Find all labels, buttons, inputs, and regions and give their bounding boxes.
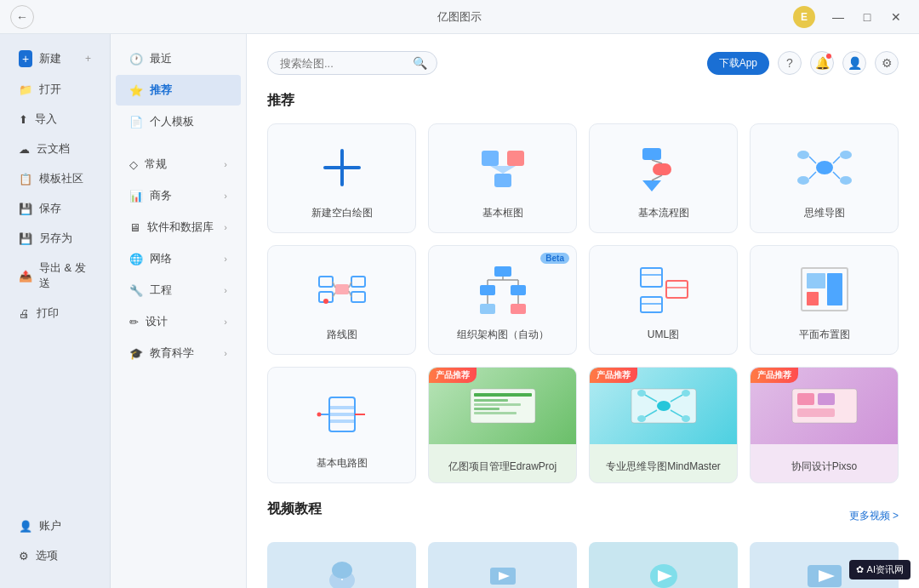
svg-rect-42 [641,268,662,287]
svg-rect-61 [474,399,508,402]
template-card-edrawproj[interactable]: 产品推荐 亿图项目管理EdrawProj [428,367,577,483]
card-icon-mindmap [761,138,888,197]
notification-button[interactable]: 🔔 [810,51,834,75]
nav-item-software[interactable]: 🖥 软件和数据库 › [116,212,241,243]
template-card-circuit[interactable]: 基本电路图 [267,367,416,483]
card-icon-route [278,260,405,319]
help-button[interactable]: ? [778,51,802,75]
topbar-actions: 下载App ? 🔔 👤 ⚙ [707,51,899,75]
svg-rect-60 [474,393,532,397]
nav-item-personal[interactable]: 📄 个人模板 [116,106,241,137]
user-avatar[interactable]: E [793,6,815,28]
card-icon-basic-flow [600,138,727,197]
nav-label-network: 网络 [150,251,172,266]
svg-point-73 [682,390,690,397]
svg-rect-62 [474,403,521,406]
svg-rect-63 [474,408,499,410]
ai-watermark: ✿ AI资讯网 [849,560,910,579]
template-card-mindmaster[interactable]: 产品推荐 专业思维导图MindMaster [589,367,738,483]
nav-item-general[interactable]: ◇ 常规 › [116,149,241,180]
search-input[interactable] [280,57,408,70]
video-grid [267,542,899,588]
template-card-uml[interactable]: UML图 [589,245,738,355]
nav-item-education[interactable]: 🎓 教育科学 › [116,338,241,368]
app-title: 亿图图示 [437,9,482,25]
nav-item-engineering[interactable]: 🔧 工程 › [116,275,241,305]
nav-item-network[interactable]: 🌐 网络 › [116,243,241,274]
svg-rect-4 [494,174,511,187]
chevron-right-icon: › [224,317,227,327]
video-card-2[interactable] [428,542,577,588]
card-label-new-blank: 新建空白绘图 [311,206,373,220]
nav-item-recommend[interactable]: ⭐ 推荐 [116,75,241,106]
svg-rect-24 [351,292,365,302]
card-label-pixso: 协同设计Pixso [785,453,864,482]
nav-label-engineering: 工程 [150,283,172,298]
sidebar-label-export: 导出 & 发送 [39,260,91,291]
sidebar-item-account[interactable]: 👤 账户 [5,511,105,540]
template-card-pixso[interactable]: 产品推荐 协同设计Pixso [750,367,899,483]
template-card-layout[interactable]: 平面布置图 [750,245,899,355]
options-icon: ⚙ [19,550,29,562]
svg-line-10 [652,175,662,180]
software-icon: 🖥 [129,221,140,234]
beta-badge: Beta [540,253,569,264]
nav-item-recent[interactable]: 🕐 最近 [116,43,241,74]
svg-point-71 [637,390,646,397]
sidebar-item-open[interactable]: 📁 打开 [5,75,105,104]
download-app-button[interactable]: 下载App [707,52,769,75]
video-card-1[interactable] [267,542,416,588]
chevron-right-icon: › [224,285,227,295]
sidebar-item-print[interactable]: 🖨 打印 [5,299,105,328]
svg-line-9 [652,160,662,163]
chevron-right-icon: › [224,254,227,264]
nav-label-recent: 最近 [150,51,172,66]
svg-rect-33 [480,304,495,314]
card-label-org-chart: 组织架构图（自动） [457,328,549,342]
settings-button[interactable]: ⚙ [875,51,899,75]
template-card-new-blank[interactable]: 新建空白绘图 [267,123,416,233]
network-icon: 🌐 [129,253,143,265]
sidebar-item-save[interactable]: 💾 保存 [5,194,105,223]
template-card-route[interactable]: 路线图 [267,245,416,355]
nav-label-software: 软件和数据库 [147,220,214,235]
search-box[interactable]: 🔍 [267,51,437,75]
personal-icon: 📄 [129,116,143,128]
print-icon: 🖨 [19,307,30,320]
svg-point-66 [657,401,671,411]
sidebar-item-saveas[interactable]: 💾 另存为 [5,224,105,253]
nav-label-personal: 个人模板 [150,114,194,129]
video-card-3[interactable] [589,542,738,588]
recent-icon: 🕐 [129,53,143,66]
template-card-mindmap[interactable]: 思维导图 [750,123,899,233]
sidebar-item-community[interactable]: 📋 模板社区 [5,164,105,193]
sidebar-item-cloud[interactable]: ☁ 云文档 [5,134,105,163]
template-card-basic-flow[interactable]: 基本流程图 [589,123,738,233]
card-label-mindmaster: 专业思维导图MindMaster [599,453,728,482]
nav-item-design[interactable]: ✏ 设计 › [116,306,241,337]
card-icon-basic-frame [439,138,566,197]
sidebar-label-save: 保存 [39,201,61,216]
save-icon: 💾 [19,203,32,215]
template-grid: 新建空白绘图 基本框图 [267,123,899,483]
nav-item-business[interactable]: 📊 商务 › [116,180,241,211]
svg-rect-7 [653,163,671,175]
sidebar-item-options[interactable]: ⚙ 选项 [5,541,105,570]
notification-badge [826,54,831,59]
svg-rect-22 [335,284,349,294]
back-button[interactable]: ← [10,5,34,29]
minimize-button[interactable]: — [825,4,851,30]
svg-point-58 [317,413,321,417]
more-videos-link[interactable]: 更多视频 > [849,509,899,523]
new-icon: + [19,50,32,67]
card-label-uml: UML图 [648,328,679,342]
sidebar-label-cloud: 云文档 [37,141,70,157]
maximize-button[interactable]: □ [854,4,880,30]
close-button[interactable]: ✕ [883,4,909,30]
user-button[interactable]: 👤 [842,51,866,75]
sidebar-item-import[interactable]: ⬆ 导入 [5,105,105,134]
template-card-basic-frame[interactable]: 基本框图 [428,123,577,233]
sidebar-item-export[interactable]: 📤 导出 & 发送 [5,254,105,298]
template-card-org-chart[interactable]: Beta [428,245,577,355]
sidebar-item-new[interactable]: + 新建 + [5,43,105,74]
